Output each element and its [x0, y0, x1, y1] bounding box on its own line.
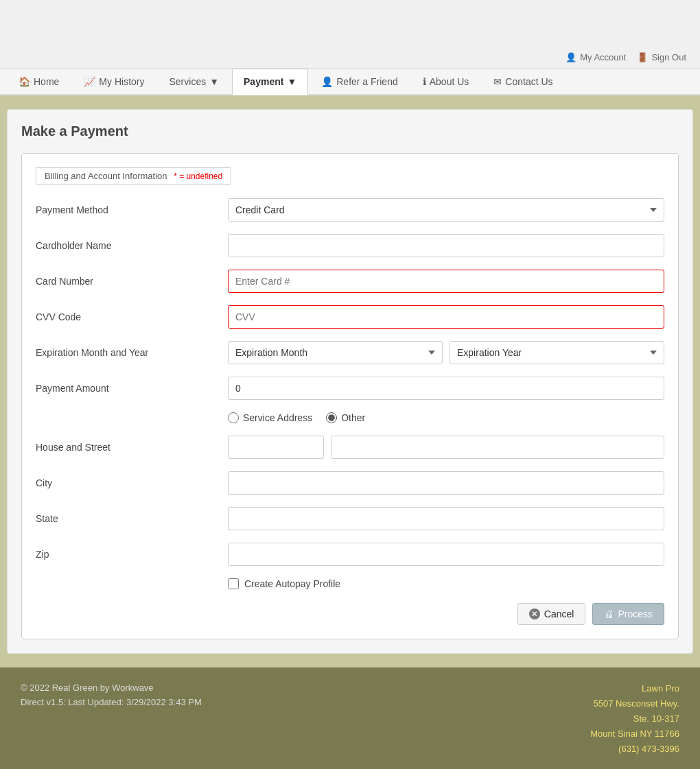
button-row: ✕ Cancel 🖨 Process: [36, 603, 664, 625]
nav-refer-label: Refer a Friend: [336, 76, 397, 87]
cardholder-name-label: Cardholder Name: [36, 240, 228, 251]
payment-amount-wrap: [228, 377, 664, 400]
service-address-label: Service Address: [243, 412, 312, 423]
footer-right: Lawn Pro 5507 Nesconset Hwy. Ste. 10-317…: [590, 681, 679, 757]
history-icon: 📈: [84, 76, 95, 87]
nav-home-label: Home: [34, 76, 59, 87]
page-title: Make a Payment: [21, 123, 679, 139]
nav-item-about[interactable]: ℹ About Us: [411, 69, 481, 94]
house-street-row: House and Street: [36, 436, 664, 459]
process-label: Process: [618, 608, 653, 619]
company-name: Lawn Pro: [590, 681, 679, 696]
card-number-input[interactable]: [228, 270, 664, 293]
zip-input[interactable]: [228, 543, 664, 566]
nav-item-refer[interactable]: 👤 Refer a Friend: [310, 69, 409, 94]
footer-address-1: 5507 Nesconset Hwy.: [590, 696, 679, 711]
card-number-label: Card Number: [36, 276, 228, 287]
card-number-wrap: [228, 270, 664, 293]
cardholder-name-row: Cardholder Name: [36, 234, 664, 257]
my-account-link[interactable]: 👤 My Account: [565, 52, 626, 62]
address-type-row: Service Address Other: [36, 412, 664, 423]
section-legend: Billing and Account Information * = unde…: [36, 167, 231, 185]
nav-item-contact[interactable]: ✉ Contact Us: [482, 69, 564, 94]
process-icon: 🖨: [604, 608, 614, 619]
refer-icon: 👤: [321, 76, 333, 87]
user-icon: 👤: [565, 52, 576, 62]
nav: 🏠 Home 📈 My History Services ▼ Payment ▼…: [0, 69, 700, 95]
nav-history-label: My History: [99, 76, 144, 87]
expiration-month-select[interactable]: Expiration Month 01 02 03 04 05 06 07 08…: [228, 341, 443, 364]
form-section: Billing and Account Information * = unde…: [21, 153, 679, 639]
nav-about-label: About Us: [430, 76, 469, 87]
nav-item-my-history[interactable]: 📈 My History: [72, 69, 156, 94]
footer-address-2: Ste. 10-317: [590, 711, 679, 726]
cancel-label: Cancel: [544, 608, 574, 619]
other-address-label: Other: [341, 412, 365, 423]
zip-label: Zip: [36, 549, 228, 560]
cvv-input[interactable]: [228, 305, 664, 329]
state-wrap: [228, 507, 664, 530]
cancel-icon: ✕: [529, 608, 540, 619]
mail-icon: ✉: [493, 76, 502, 87]
payment-method-select[interactable]: Credit Card Check ACH: [228, 198, 664, 222]
zip-wrap: [228, 543, 664, 566]
expiration-label: Expiration Month and Year: [36, 347, 228, 358]
expiration-year-select[interactable]: Expiration Year 2022 2023 2024 2025 2026…: [450, 341, 664, 364]
cancel-button[interactable]: ✕ Cancel: [517, 603, 586, 625]
autopay-label[interactable]: Create Autopay Profile: [244, 578, 340, 589]
autopay-checkbox[interactable]: [228, 578, 239, 589]
required-note: * = undefined: [174, 171, 222, 181]
nav-item-payment[interactable]: Payment ▼: [232, 69, 308, 95]
info-icon: ℹ: [423, 76, 426, 87]
house-street-label: House and Street: [36, 442, 228, 453]
chevron-down-icon: ▼: [209, 76, 219, 87]
expiration-wrap: Expiration Month 01 02 03 04 05 06 07 08…: [228, 341, 664, 364]
cardholder-name-wrap: [228, 234, 664, 257]
city-label: City: [36, 477, 228, 488]
section-title: Billing and Account Information: [45, 171, 167, 181]
city-row: City: [36, 471, 664, 495]
other-address-option[interactable]: Other: [326, 412, 365, 423]
house-number-input[interactable]: [228, 436, 324, 459]
chevron-down-icon-2: ▼: [287, 76, 296, 87]
home-icon: 🏠: [19, 76, 30, 87]
card-number-row: Card Number: [36, 270, 664, 293]
payment-amount-input[interactable]: [228, 377, 664, 400]
footer-version: Direct v1.5: Last Updated: 3/29/2022 3:4…: [21, 696, 202, 710]
autopay-row: Create Autopay Profile: [36, 578, 664, 589]
city-wrap: [228, 471, 664, 495]
service-address-radio[interactable]: [228, 412, 239, 423]
footer-phone: (631) 473-3396: [590, 742, 679, 757]
state-row: State: [36, 507, 664, 530]
sign-out-link[interactable]: 🚪 Sign Out: [637, 52, 686, 62]
payment-amount-label: Payment Amount: [36, 383, 228, 394]
expiration-row: Expiration Month and Year Expiration Mon…: [36, 341, 664, 364]
street-name-input[interactable]: [331, 436, 664, 459]
header: 👤 My Account 🚪 Sign Out: [0, 0, 700, 69]
nav-item-home[interactable]: 🏠 Home: [7, 69, 71, 94]
header-links: 👤 My Account 🚪 Sign Out: [565, 52, 686, 62]
cvv-label: CVV Code: [36, 311, 228, 322]
house-street-wrap: [228, 436, 664, 459]
sign-out-icon: 🚪: [637, 52, 648, 62]
cvv-wrap: [228, 305, 664, 329]
footer: © 2022 Real Green by Workwave Direct v1.…: [0, 667, 700, 769]
state-input[interactable]: [228, 507, 664, 530]
city-input[interactable]: [228, 471, 664, 495]
other-address-radio[interactable]: [326, 412, 337, 423]
service-address-option[interactable]: Service Address: [228, 412, 312, 423]
footer-address-3: Mount Sinai NY 11766: [590, 726, 679, 742]
process-button[interactable]: 🖨 Process: [592, 603, 664, 625]
nav-services-label: Services: [169, 76, 206, 87]
footer-left: © 2022 Real Green by Workwave Direct v1.…: [21, 681, 202, 710]
main-container: Make a Payment Billing and Account Infor…: [7, 109, 693, 654]
footer-copyright: © 2022 Real Green by Workwave: [21, 681, 202, 696]
sign-out-label: Sign Out: [651, 52, 686, 62]
payment-method-label: Payment Method: [36, 204, 228, 215]
payment-method-row: Payment Method Credit Card Check ACH: [36, 198, 664, 222]
state-label: State: [36, 513, 228, 524]
nav-payment-label: Payment: [244, 76, 283, 87]
payment-method-wrap: Credit Card Check ACH: [228, 198, 664, 222]
cardholder-name-input[interactable]: [228, 234, 664, 257]
nav-item-services[interactable]: Services ▼: [157, 69, 231, 94]
